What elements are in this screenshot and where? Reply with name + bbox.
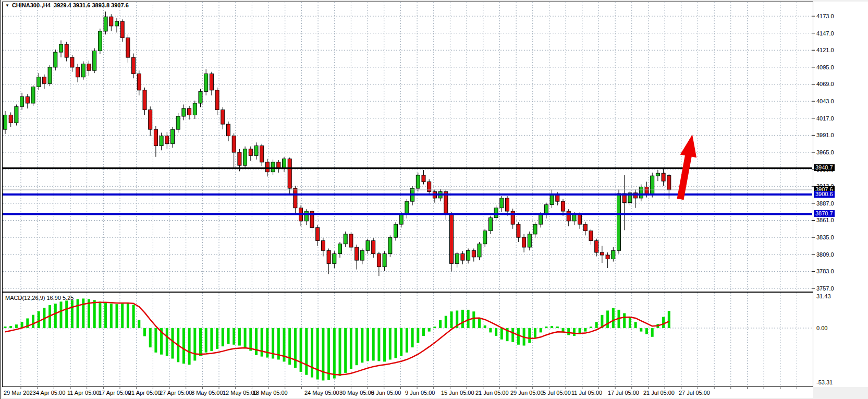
time-label: 27 Apr 05:00 bbox=[160, 390, 192, 396]
macd-tick-label: 31.43 bbox=[816, 293, 831, 299]
time-label: 4 Apr 05:00 bbox=[36, 390, 65, 396]
time-label: 11 Apr 05:00 bbox=[67, 390, 100, 396]
time-label: 8 May 05:00 bbox=[191, 390, 223, 396]
time-label: 30 May 05:00 bbox=[339, 390, 374, 396]
price-tick-label: 4017.0 bbox=[816, 115, 834, 122]
time-label: 9 Jun 05:00 bbox=[405, 390, 435, 396]
time-axis[interactable]: 29 Mar 20234 Apr 05:0011 Apr 05:0017 Apr… bbox=[2, 387, 813, 398]
price-chart-panel[interactable] bbox=[2, 2, 813, 292]
time-label: 17 Apr 05:00 bbox=[99, 390, 131, 396]
price-tick-label: 4147.0 bbox=[816, 30, 834, 37]
time-label: 21 Apr 05:00 bbox=[128, 390, 161, 396]
price-tick-label: 4121.0 bbox=[816, 47, 834, 53]
price-tick-label: 3991.0 bbox=[816, 132, 834, 138]
time-label: 17 Jul 05:00 bbox=[608, 390, 639, 396]
time-label: 5 Jun 05:00 bbox=[371, 390, 401, 396]
price-tick-label: 3835.0 bbox=[816, 234, 834, 240]
chart-window: 4173.04147.04121.04095.04069.04043.04017… bbox=[0, 0, 868, 399]
time-label: 24 May 05:00 bbox=[304, 390, 339, 396]
price-tick-label: 3783.0 bbox=[816, 268, 834, 274]
price-tick-label: 3965.0 bbox=[816, 149, 834, 155]
macd-tick-label: -53.31 bbox=[816, 379, 833, 385]
time-label: 21 Jun 05:00 bbox=[475, 390, 509, 396]
time-label: 27 Jul 05:00 bbox=[679, 390, 710, 396]
time-label: 12 May 05:00 bbox=[223, 390, 258, 396]
price-tick-label: 4173.0 bbox=[816, 13, 834, 19]
symbol-period-label: CHINA300-,H4 bbox=[12, 2, 51, 8]
price-tick-label: 3757.0 bbox=[816, 285, 834, 292]
time-label: 18 May 05:00 bbox=[253, 390, 288, 396]
time-label: 11 Jul 05:00 bbox=[571, 390, 602, 396]
time-label: 5 Jul 05:00 bbox=[543, 390, 571, 396]
price-tick-label: 3809.0 bbox=[816, 251, 834, 258]
macd-indicator-panel[interactable] bbox=[2, 292, 813, 387]
time-label: 21 Jul 05:00 bbox=[643, 390, 675, 396]
price-tick-label: 3861.0 bbox=[816, 217, 834, 223]
price-badge-3900.6: 3900.6 bbox=[814, 191, 835, 198]
price-badge-3870.7: 3870.7 bbox=[814, 210, 835, 217]
price-tick-label: 4043.0 bbox=[816, 98, 834, 104]
price-axis[interactable]: 4173.04147.04121.04095.04069.04043.04017… bbox=[813, 2, 868, 387]
price-tick-label: 4069.0 bbox=[816, 81, 834, 87]
time-label: 29 Mar 2023 bbox=[4, 390, 36, 396]
macd-indicator-label: MACD(12,26,9) 16.90 5.25 bbox=[5, 295, 74, 301]
ohlc-values: 3929.4 3931.6 3893.8 3907.6 bbox=[54, 2, 129, 8]
chart-title: ▼CHINA300-,H4 3929.4 3931.6 3893.8 3907.… bbox=[5, 2, 129, 8]
price-tick-label: 3887.0 bbox=[816, 200, 834, 207]
time-label: 15 Jun 05:00 bbox=[441, 390, 474, 396]
price-tick-label: 4095.0 bbox=[816, 64, 834, 70]
price-badge-3940.7: 3940.7 bbox=[814, 164, 835, 171]
symbol-dropdown-icon[interactable]: ▼ bbox=[5, 3, 9, 8]
time-label: 29 Jun 05:00 bbox=[510, 390, 544, 396]
macd-tick-label: 0.00 bbox=[816, 325, 827, 331]
